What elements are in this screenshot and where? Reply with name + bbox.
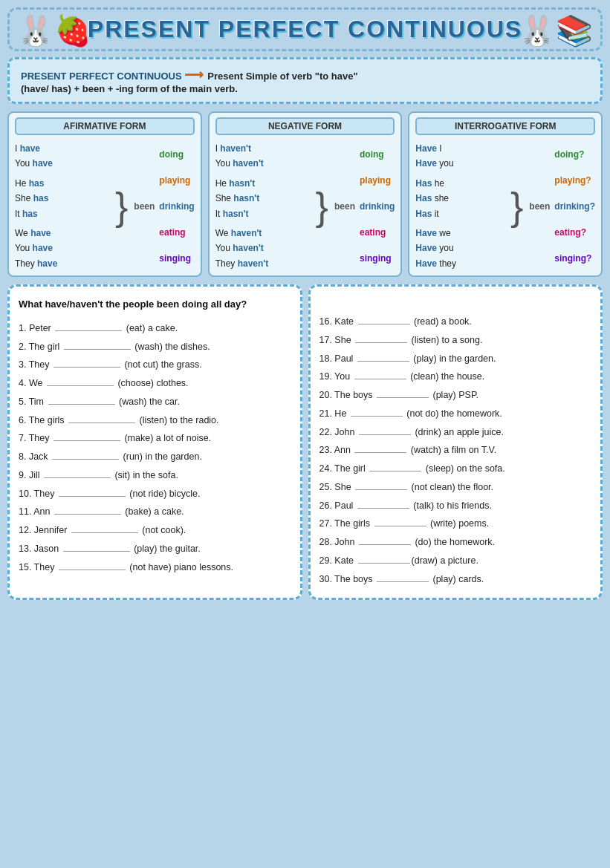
- definition-text1: Present Simple of verb "to have": [207, 71, 357, 82]
- definition-box: PRESENT PERFECT CONTINUOUS ⟶ Present Sim…: [7, 57, 603, 104]
- forms-row: AFIRMATIVE FORM I have You have He has S…: [7, 111, 603, 277]
- list-item: 20. The boys (play) PSP.: [319, 387, 592, 405]
- list-item: 23. Ann (watch) a film on T.V.: [319, 442, 592, 460]
- list-item: 19. You (clean) the house.: [319, 368, 592, 386]
- affirmative-title: AFIRMATIVE FORM: [15, 117, 195, 135]
- page: 🐰🍓 PRESENT PERFECT CONTINUOUS 🐰📚 PRESENT…: [7, 7, 603, 868]
- list-item: 6. The girls (listen) to the radio.: [19, 412, 291, 430]
- definition-label: PRESENT PERFECT CONTINUOUS: [21, 71, 182, 82]
- list-item: 15. They (not have) piano lessons.: [19, 559, 291, 577]
- interrogative-content: Have I Have you Has he Has she Has it Ha…: [415, 141, 595, 271]
- list-item: 7. They (make) a lot of noise.: [19, 430, 291, 448]
- list-item: 25. She (not clean) the floor.: [319, 479, 592, 497]
- list-item: 21. He (not do) the homework.: [319, 405, 592, 423]
- negative-pronouns: I haven't You haven't He hasn't She hasn…: [215, 141, 311, 271]
- affirmative-form-box: AFIRMATIVE FORM I have You have He has S…: [7, 111, 202, 277]
- affirmative-been: been: [134, 141, 155, 271]
- negative-content: I haven't You haven't He hasn't She hasn…: [215, 141, 395, 271]
- negative-been: been: [334, 141, 355, 271]
- exercises-row: What have/haven't the people been doing …: [7, 284, 603, 600]
- list-item: 13. Jason (play) the guitar.: [19, 541, 291, 558]
- interrogative-brace: }: [510, 141, 523, 271]
- bunny-right-icon: 🐰📚: [519, 13, 593, 48]
- list-item: 27. The girls (write) poems.: [319, 515, 592, 533]
- list-item: 9. Jill (sit) in the sofa.: [19, 467, 291, 485]
- exercise-title: What have/haven't the people been doing …: [19, 296, 291, 314]
- list-item: 30. The boys (play) cards.: [319, 571, 592, 589]
- affirmative-pronouns: I have You have He has She has It has We…: [15, 141, 111, 271]
- list-item: 16. Kate (read) a book.: [319, 313, 592, 331]
- page-title: PRESENT PERFECT CONTINUOUS: [88, 16, 522, 43]
- list-item: 24. The girl (sleep) on the sofa.: [319, 460, 592, 478]
- interrogative-title: INTERROGATIVE FORM: [415, 117, 595, 135]
- list-item: 2. The girl (wash) the dishes.: [19, 339, 291, 356]
- list-item: 11. Ann (bake) a cake.: [19, 503, 291, 521]
- definition-text2: (have/ has) + been + -ing form of the ma…: [21, 83, 238, 94]
- interrogative-been: been: [529, 141, 550, 271]
- list-item: 1. Peter (eat) a cake.: [19, 320, 291, 338]
- list-item: 18. Paul (play) in the garden.: [319, 350, 592, 368]
- negative-brace: }: [316, 141, 328, 271]
- list-item: 10. They (not ride) bicycle.: [19, 486, 291, 503]
- list-item: 3. They (not cut) the grass.: [19, 356, 291, 374]
- list-item: 5. Tim (wash) the car.: [19, 394, 291, 411]
- list-item: 4. We (choose) clothes.: [19, 375, 291, 393]
- interrogative-form-box: INTERROGATIVE FORM Have I Have you Has h…: [408, 111, 603, 277]
- affirmative-content: I have You have He has She has It has We…: [15, 141, 195, 271]
- list-item: 29. Kate (draw) a picture.: [319, 552, 592, 570]
- arrow-icon: ⟶: [184, 68, 207, 82]
- bunny-left-icon: 🐰🍓: [17, 13, 91, 48]
- list-item: 26. Paul (talk) to his friends.: [319, 497, 592, 515]
- header: 🐰🍓 PRESENT PERFECT CONTINUOUS 🐰📚: [7, 7, 603, 51]
- interrogative-verbs: doing? playing? drinking? eating? singin…: [554, 141, 595, 271]
- list-item: 12. Jennifer (not cook).: [19, 522, 291, 540]
- affirmative-verbs: doing playing drinking eating singing: [159, 141, 194, 271]
- negative-form-box: NEGATIVE FORM I haven't You haven't He h…: [208, 111, 403, 277]
- list-item: 28. John (do) the homework.: [319, 534, 592, 552]
- list-item: 8. Jack (run) in the garden.: [19, 448, 291, 466]
- interrogative-pronouns: Have I Have you Has he Has she Has it Ha…: [415, 141, 506, 271]
- affirmative-brace: }: [115, 141, 128, 271]
- negative-verbs: doing playing drinking eating singing: [360, 141, 395, 271]
- exercise-left-box: What have/haven't the people been doing …: [7, 284, 302, 600]
- exercise-right-box: 16. Kate (read) a book. 17. She (listen)…: [308, 284, 603, 600]
- list-item: 17. She (listen) to a song.: [319, 332, 592, 350]
- list-item: 22. John (drink) an apple juice.: [319, 424, 592, 442]
- negative-title: NEGATIVE FORM: [215, 117, 395, 135]
